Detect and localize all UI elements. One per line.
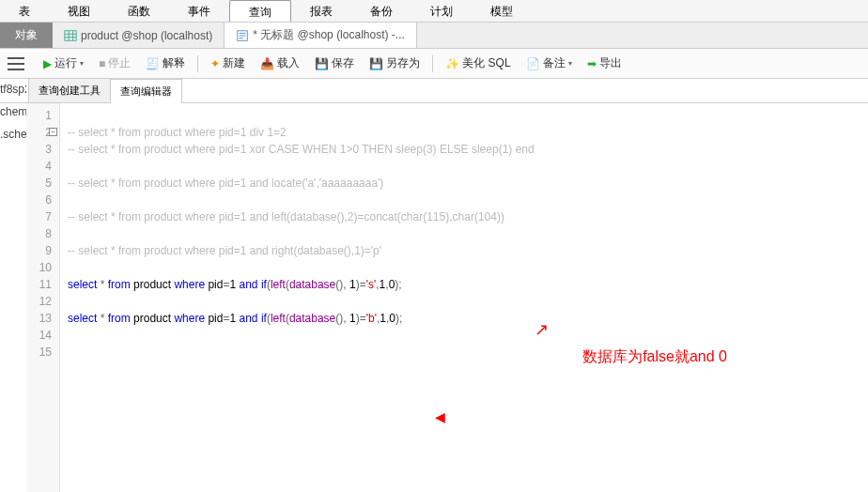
chevron-down-icon: ▾ bbox=[80, 59, 84, 68]
fold-icon[interactable]: − bbox=[49, 128, 57, 136]
line-number: 11 bbox=[30, 276, 52, 293]
code-line[interactable]: -- select * from product where pid=1 xor… bbox=[68, 141, 535, 158]
line-number: 2− bbox=[30, 124, 52, 141]
menu-bar: 表视图函数事件查询报表备份计划模型 bbox=[0, 0, 868, 23]
line-number: 1 bbox=[30, 107, 52, 124]
line-number: 4 bbox=[30, 158, 52, 175]
line-gutter: 12−3456789101112131415 bbox=[26, 103, 60, 492]
note-label: 备注 bbox=[543, 55, 566, 71]
document-tabs: 对象 product @shop (localhost) * 无标题 @shop… bbox=[0, 23, 868, 49]
menu-item-7[interactable]: 计划 bbox=[411, 0, 472, 22]
sql-editor[interactable]: 12−3456789101112131415 -- select * from … bbox=[26, 103, 868, 492]
menu-item-4[interactable]: 查询 bbox=[229, 0, 291, 22]
saveas-label: 另存为 bbox=[386, 55, 420, 71]
line-number: 13 bbox=[30, 310, 52, 327]
new-icon: ✦ bbox=[210, 57, 220, 70]
new-label: 新建 bbox=[223, 55, 245, 71]
save-icon: 💾 bbox=[315, 57, 329, 70]
sub-tab-1[interactable]: 查询编辑器 bbox=[110, 79, 182, 103]
menu-item-8[interactable]: 模型 bbox=[472, 0, 532, 22]
toolbar: ▶运行▾ ■停止 🧾解释 ✦新建 📥载入 💾保存 💾另存为 ✨美化 SQL 📄备… bbox=[0, 49, 868, 79]
load-label: 载入 bbox=[277, 55, 300, 71]
hamburger-icon[interactable] bbox=[8, 57, 24, 70]
line-number: 3 bbox=[30, 141, 52, 158]
line-number: 15 bbox=[30, 344, 52, 361]
line-number: 5 bbox=[30, 175, 52, 192]
code-line[interactable] bbox=[68, 192, 535, 208]
doc-tab-product[interactable]: product @shop (localhost) bbox=[53, 23, 225, 48]
menu-item-2[interactable]: 函数 bbox=[109, 0, 169, 22]
code-line[interactable]: -- select * from product where pid=1 and… bbox=[68, 175, 535, 192]
code-line[interactable] bbox=[68, 158, 535, 175]
code-line[interactable]: -- select * from product where pid=1 and… bbox=[68, 208, 535, 225]
doc-tab-label: * 无标题 @shop (localhost) -... bbox=[253, 27, 405, 43]
sidebar-item[interactable]: tf8sp2 bbox=[0, 83, 26, 96]
new-button[interactable]: ✦新建 bbox=[205, 53, 251, 74]
beautify-button[interactable]: ✨美化 SQL bbox=[440, 53, 516, 74]
line-number: 9 bbox=[30, 242, 52, 259]
doc-tab-untitled[interactable]: * 无标题 @shop (localhost) -... bbox=[225, 23, 417, 48]
line-number: 8 bbox=[30, 225, 52, 242]
stop-label: 停止 bbox=[108, 55, 131, 71]
code-line[interactable]: select * from product where pid=1 and if… bbox=[68, 310, 535, 327]
separator bbox=[197, 55, 198, 72]
menu-item-6[interactable]: 备份 bbox=[351, 0, 411, 22]
code-line[interactable]: select * from product where pid=1 and if… bbox=[68, 276, 535, 293]
line-number: 10 bbox=[30, 259, 52, 276]
code-line[interactable] bbox=[68, 293, 535, 310]
run-label: 运行 bbox=[54, 55, 77, 71]
annotation-text: 数据库为false就and 0 bbox=[582, 347, 727, 367]
beautify-label: 美化 SQL bbox=[462, 55, 510, 71]
line-number: 6 bbox=[30, 192, 52, 208]
menu-item-3[interactable]: 事件 bbox=[169, 0, 229, 22]
sub-tabs: 查询创建工具查询编辑器 bbox=[0, 79, 868, 103]
line-number: 12 bbox=[30, 293, 52, 310]
line-number: 14 bbox=[30, 327, 52, 344]
left-sidebar: tf8sp2chema.schema bbox=[0, 73, 26, 150]
code-line[interactable] bbox=[68, 259, 535, 276]
separator bbox=[432, 55, 433, 72]
saveas-button[interactable]: 💾另存为 bbox=[364, 53, 426, 74]
export-icon: ➡ bbox=[587, 57, 597, 70]
export-label: 导出 bbox=[599, 55, 622, 71]
code-area[interactable]: -- select * from product where pid=1 div… bbox=[60, 103, 542, 492]
code-line[interactable] bbox=[68, 344, 535, 361]
chevron-down-icon: ▾ bbox=[568, 59, 572, 68]
wand-icon: ✨ bbox=[445, 57, 459, 70]
code-line[interactable] bbox=[68, 225, 535, 242]
object-tab[interactable]: 对象 bbox=[0, 23, 53, 48]
run-button[interactable]: ▶运行▾ bbox=[38, 53, 89, 74]
sidebar-item[interactable]: chema bbox=[0, 105, 26, 118]
menu-item-0[interactable]: 表 bbox=[0, 0, 49, 22]
export-button[interactable]: ➡导出 bbox=[581, 53, 628, 74]
load-button[interactable]: 📥载入 bbox=[255, 53, 305, 74]
play-icon: ▶ bbox=[43, 57, 52, 70]
table-icon bbox=[64, 29, 77, 42]
stop-button[interactable]: ■停止 bbox=[93, 53, 136, 74]
stop-icon: ■ bbox=[99, 57, 105, 70]
code-line[interactable] bbox=[68, 107, 535, 124]
save-button[interactable]: 💾保存 bbox=[309, 53, 360, 74]
line-number: 7 bbox=[30, 208, 52, 225]
query-icon bbox=[236, 29, 249, 42]
note-icon: 📄 bbox=[526, 57, 540, 70]
explain-button[interactable]: 🧾解释 bbox=[140, 53, 191, 74]
doc-tab-label: product @shop (localhost) bbox=[81, 29, 212, 42]
explain-icon: 🧾 bbox=[146, 57, 160, 70]
sub-tab-0[interactable]: 查询创建工具 bbox=[28, 78, 111, 102]
saveas-icon: 💾 bbox=[369, 57, 383, 70]
sidebar-item[interactable]: .schema bbox=[0, 128, 26, 141]
explain-label: 解释 bbox=[163, 55, 185, 71]
code-line[interactable] bbox=[68, 327, 535, 344]
note-button[interactable]: 📄备注▾ bbox=[520, 53, 578, 74]
svg-rect-0 bbox=[65, 30, 76, 40]
menu-item-5[interactable]: 报表 bbox=[291, 0, 351, 22]
save-label: 保存 bbox=[332, 55, 354, 71]
load-icon: 📥 bbox=[260, 57, 274, 70]
code-line[interactable]: -- select * from product where pid=1 div… bbox=[68, 124, 535, 141]
menu-item-1[interactable]: 视图 bbox=[49, 0, 109, 22]
code-line[interactable]: -- select * from product where pid=1 and… bbox=[68, 242, 535, 259]
